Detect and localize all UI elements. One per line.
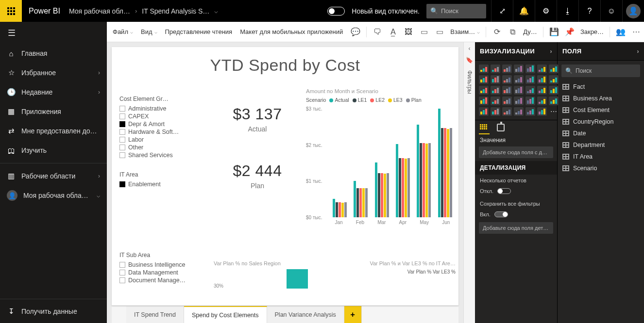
fields-search-input[interactable]: 🔍Поиск (561, 65, 640, 77)
chart-bar[interactable] (405, 159, 407, 217)
slicer-item[interactable]: Labor (119, 136, 202, 143)
field-table[interactable]: IT Area (558, 151, 644, 162)
chart-bar[interactable] (381, 173, 383, 217)
chart-bar[interactable] (375, 162, 377, 217)
teams-icon[interactable]: 👥 (616, 27, 626, 36)
textbox-icon[interactable]: A̲ (388, 27, 398, 36)
viz-type-button[interactable] (525, 86, 535, 95)
ribbon-interactions[interactable]: Взаим…⌵ (450, 28, 480, 35)
chart-bar[interactable] (425, 144, 428, 217)
chart-bar[interactable] (450, 128, 452, 217)
viz-type-button[interactable] (537, 97, 547, 105)
viz-type-button[interactable] (514, 97, 524, 105)
viz-type-button[interactable] (491, 97, 500, 105)
duplicate-page-icon[interactable]: ⧉ (508, 28, 517, 36)
viz-type-button[interactable] (537, 75, 547, 84)
chart-bar[interactable] (362, 188, 365, 217)
nav-home[interactable]: ⌂Главная (0, 44, 107, 63)
viz-type-button[interactable] (537, 65, 547, 73)
viz-type-button[interactable] (549, 65, 559, 73)
viz-type-button[interactable] (502, 107, 512, 116)
chart-bar[interactable] (444, 128, 446, 217)
chevron-down-icon[interactable]: ⌵ (214, 7, 218, 15)
notifications-button[interactable]: 🔔 (513, 0, 535, 22)
viz-type-button[interactable] (502, 75, 512, 84)
ribbon-reading-view[interactable]: Представление чтения (165, 28, 233, 35)
ribbon-file[interactable]: Файл⌵ (113, 28, 133, 35)
fullscreen-button[interactable]: ⤢ (491, 0, 513, 22)
chart-bar[interactable] (344, 202, 347, 217)
ribbon-duplicate[interactable]: Ду… (523, 28, 537, 35)
field-table[interactable]: Date (558, 128, 644, 139)
slicer-item[interactable]: Depr & Amort (119, 121, 202, 128)
viz-tab-format[interactable] (495, 122, 506, 133)
viz-type-button[interactable] (479, 65, 489, 73)
slicer-item[interactable]: Other (119, 144, 202, 151)
more-visuals-button[interactable]: ⋯ (549, 107, 559, 116)
app-launcher-button[interactable] (0, 0, 22, 22)
chart-bar[interactable] (438, 109, 441, 217)
qna-icon[interactable]: 🗨 (373, 28, 382, 36)
chart-var-plan-le3[interactable]: Var Plan % и Var LE3 % по IT Are… Var Pl… (342, 260, 456, 289)
tab-plan-variance[interactable]: Plan Variance Analysis (267, 306, 344, 323)
settings-button[interactable]: ⚙ (535, 0, 557, 22)
drillthrough-field-well[interactable]: Добавьте сюда поля дета… (479, 222, 553, 234)
nav-shared[interactable]: ⇄Мне предоставлен доступ (0, 121, 107, 141)
viz-type-button[interactable] (479, 86, 489, 95)
chart-bar[interactable] (336, 202, 338, 217)
nav-workspaces[interactable]: ▥Рабочие области› (0, 166, 107, 186)
ribbon-view[interactable]: Вид⌵ (141, 28, 157, 35)
cross-report-toggle[interactable] (497, 188, 511, 194)
viz-type-button[interactable] (514, 75, 524, 84)
viz-type-button[interactable] (479, 75, 489, 84)
chart-bar[interactable] (399, 158, 401, 217)
viz-type-button[interactable] (479, 97, 489, 105)
viz-type-button[interactable] (502, 97, 512, 105)
report-page[interactable]: YTD Spend by Cost Cost Element Gr… Admin… (112, 47, 458, 306)
comment-icon[interactable]: 💬 (351, 27, 360, 36)
new-look-toggle[interactable] (327, 7, 345, 16)
chart-bar[interactable] (339, 202, 341, 217)
ribbon-pin[interactable]: Закре… (580, 28, 604, 35)
nav-apps[interactable]: ▦Приложения (0, 102, 107, 121)
nav-collapse-button[interactable]: ☰ (0, 22, 107, 44)
viz-type-button[interactable] (549, 97, 559, 105)
chart-bar[interactable] (402, 158, 404, 217)
chart-bar[interactable] (441, 128, 443, 217)
slicer-item[interactable]: Administrative (119, 105, 202, 112)
values-field-well[interactable]: Добавьте сюда поля с дан… (479, 146, 553, 158)
save-icon[interactable]: 💾 (549, 27, 559, 36)
chart-bar[interactable] (354, 181, 356, 217)
slicer-item[interactable]: Data Management (119, 269, 202, 276)
viz-type-button[interactable] (514, 107, 524, 116)
viz-type-button[interactable] (502, 86, 512, 95)
global-search-input[interactable]: 🔍 Поиск (426, 4, 486, 18)
ribbon-mobile-layout[interactable]: Макет для мобильных приложений (240, 28, 343, 35)
chart-bar[interactable] (359, 188, 362, 217)
chart-bar[interactable] (333, 199, 335, 217)
chart-bar[interactable] (378, 173, 380, 217)
slicer-item[interactable]: CAPEX (119, 113, 202, 120)
viz-tab-fields[interactable] (479, 122, 490, 133)
tab-it-spend-trend[interactable]: IT Spend Trend (126, 306, 184, 323)
nav-my-workspace[interactable]: 👤Моя рабочая обла…⌵ (0, 186, 107, 205)
field-table[interactable]: Cost Element (558, 104, 644, 116)
chart-bar[interactable] (417, 125, 419, 217)
bookmark-icon[interactable]: 🔖 (466, 57, 473, 64)
nav-learn[interactable]: 🕮Изучить (0, 141, 107, 160)
chevron-right-icon[interactable]: › (637, 48, 640, 55)
add-page-button[interactable]: + (344, 306, 362, 323)
field-table[interactable]: Department (558, 139, 644, 151)
viz-type-button[interactable] (525, 107, 535, 116)
shapes-icon[interactable]: ▭ (435, 27, 444, 36)
viz-type-button[interactable] (537, 107, 547, 116)
chart-bar[interactable] (423, 143, 425, 217)
viz-type-button[interactable] (514, 65, 524, 73)
chart-bar[interactable] (387, 173, 389, 217)
help-button[interactable]: ? (578, 0, 600, 22)
field-table[interactable]: Scenario (558, 162, 644, 174)
viz-type-button[interactable] (491, 107, 500, 116)
viz-type-button[interactable] (525, 65, 535, 73)
chevron-right-icon[interactable]: › (550, 48, 553, 55)
filters-pane-collapsed[interactable]: ‹ 🔖 Фильтры (463, 42, 475, 323)
